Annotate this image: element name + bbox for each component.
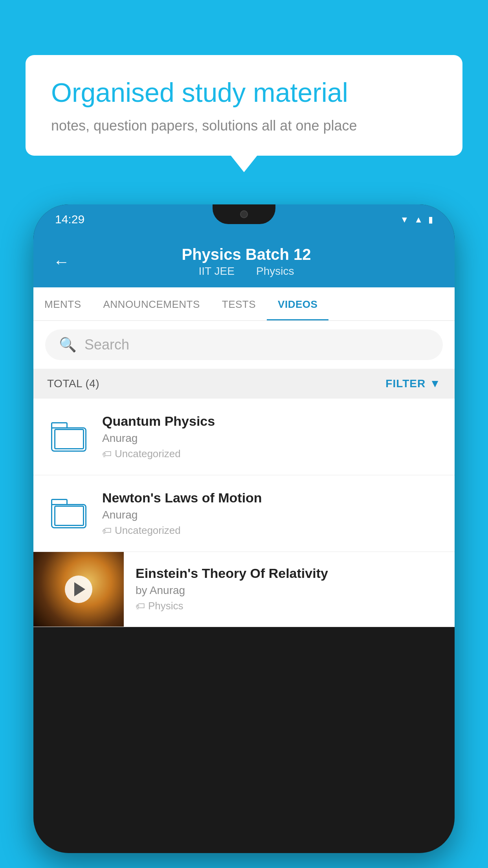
video-author: Anurag bbox=[102, 509, 441, 521]
tag-iit-jee: IIT JEE bbox=[199, 265, 235, 277]
video-title: Einstein's Theory Of Relativity bbox=[136, 566, 445, 581]
bubble-subtitle: notes, question papers, solutions all at… bbox=[51, 118, 437, 134]
batch-tags: IIT JEE Physics bbox=[199, 265, 294, 278]
search-input[interactable]: Search bbox=[84, 337, 129, 353]
filter-label: FILTER bbox=[385, 377, 426, 390]
video-thumbnail bbox=[33, 552, 124, 627]
play-button[interactable] bbox=[65, 576, 92, 603]
filter-row: TOTAL (4) FILTER ▼ bbox=[33, 369, 455, 399]
search-icon: 🔍 bbox=[59, 337, 77, 353]
tab-bar: MENTS ANNOUNCEMENTS TESTS VIDEOS bbox=[33, 287, 455, 321]
total-count: TOTAL (4) bbox=[47, 377, 99, 390]
video-category: Physics bbox=[148, 600, 183, 612]
play-icon bbox=[74, 582, 85, 596]
speech-bubble: Organised study material notes, question… bbox=[26, 55, 462, 156]
search-bar[interactable]: 🔍 Search bbox=[45, 329, 443, 360]
tag-separator bbox=[242, 265, 249, 277]
folder-icon bbox=[51, 422, 86, 452]
folder-icon bbox=[51, 499, 86, 528]
video-title: Newton's Laws of Motion bbox=[102, 490, 441, 506]
list-item[interactable]: Newton's Laws of Motion Anurag 🏷 Uncateg… bbox=[33, 475, 455, 552]
folder-front bbox=[54, 429, 84, 449]
batch-title: Physics Batch 12 bbox=[182, 246, 311, 263]
tag-icon: 🏷 bbox=[136, 601, 145, 612]
bubble-title: Organised study material bbox=[51, 77, 437, 109]
app-header: ← Physics Batch 12 IIT JEE Physics bbox=[33, 234, 455, 287]
video-tag-row: 🏷 Physics bbox=[136, 600, 445, 612]
speech-bubble-section: Organised study material notes, question… bbox=[26, 55, 462, 156]
search-container: 🔍 Search bbox=[33, 321, 455, 369]
status-time: 14:29 bbox=[55, 213, 84, 226]
battery-icon bbox=[428, 213, 433, 225]
header-title-group: Physics Batch 12 IIT JEE Physics bbox=[81, 246, 411, 278]
video-category: Uncategorized bbox=[115, 448, 181, 460]
video-info: Einstein's Theory Of Relativity by Anura… bbox=[124, 552, 455, 622]
video-author: by Anurag bbox=[136, 584, 445, 597]
folder-front bbox=[54, 506, 84, 526]
video-category: Uncategorized bbox=[115, 524, 181, 537]
video-list: Quantum Physics Anurag 🏷 Uncategorized N… bbox=[33, 399, 455, 627]
tab-ments[interactable]: MENTS bbox=[33, 287, 92, 320]
back-button[interactable]: ← bbox=[53, 252, 70, 271]
signal-icon bbox=[414, 213, 423, 225]
filter-button[interactable]: FILTER ▼ bbox=[385, 377, 441, 390]
status-icons bbox=[400, 213, 433, 225]
video-info: Newton's Laws of Motion Anurag 🏷 Uncateg… bbox=[102, 490, 441, 537]
status-bar: 14:29 bbox=[33, 204, 455, 234]
tag-physics: Physics bbox=[256, 265, 294, 277]
video-tag-row: 🏷 Uncategorized bbox=[102, 448, 441, 460]
video-tag-row: 🏷 Uncategorized bbox=[102, 524, 441, 537]
tag-icon: 🏷 bbox=[102, 525, 112, 536]
tab-announcements[interactable]: ANNOUNCEMENTS bbox=[92, 287, 211, 320]
list-item[interactable]: Einstein's Theory Of Relativity by Anura… bbox=[33, 552, 455, 627]
filter-funnel-icon: ▼ bbox=[429, 377, 441, 390]
tag-icon: 🏷 bbox=[102, 449, 112, 460]
tab-tests[interactable]: TESTS bbox=[211, 287, 267, 320]
folder-icon-container bbox=[47, 415, 90, 458]
tab-videos[interactable]: VIDEOS bbox=[267, 287, 328, 320]
folder-icon-container bbox=[47, 492, 90, 535]
phone-frame: 14:29 ← Physics Batch 12 IIT JEE Physics… bbox=[33, 204, 455, 853]
wifi-icon bbox=[400, 213, 409, 225]
video-author: Anurag bbox=[102, 432, 441, 445]
video-info: Quantum Physics Anurag 🏷 Uncategorized bbox=[102, 414, 441, 460]
video-title: Quantum Physics bbox=[102, 414, 441, 429]
phone-notch bbox=[213, 204, 275, 224]
camera-dot bbox=[240, 210, 248, 218]
list-item[interactable]: Quantum Physics Anurag 🏷 Uncategorized bbox=[33, 399, 455, 475]
